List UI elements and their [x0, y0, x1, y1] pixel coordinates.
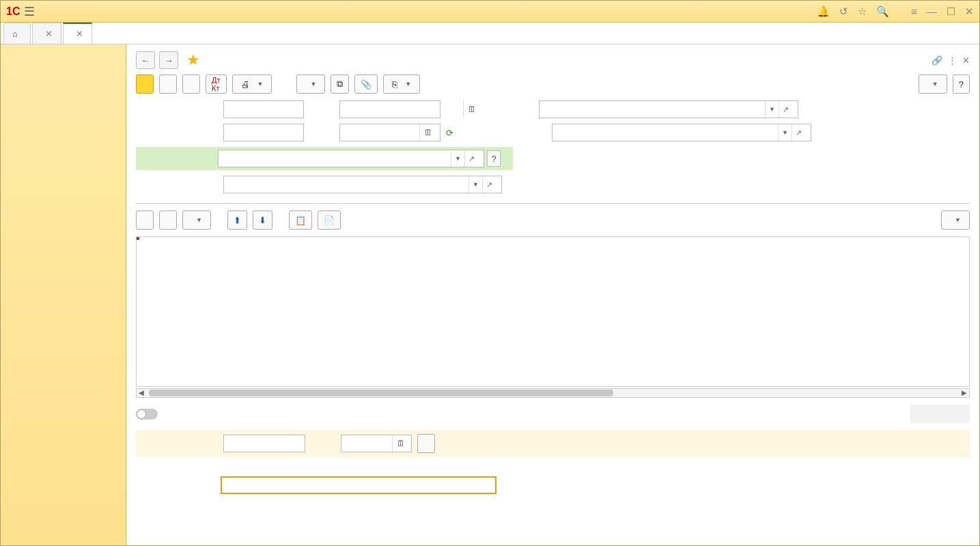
- calendar-icon[interactable]: 🗓: [419, 124, 436, 141]
- settings-icon[interactable]: ≡: [911, 5, 917, 17]
- tab-close-icon[interactable]: ✕: [76, 29, 83, 39]
- upd-toggle[interactable]: [136, 409, 158, 420]
- app-logo: 1C: [6, 5, 20, 18]
- podbor-button[interactable]: [159, 210, 177, 230]
- zapisat-button[interactable]: [159, 74, 177, 94]
- nomer-datetime-input[interactable]: [340, 124, 419, 141]
- paperclip-icon: 📎: [361, 79, 372, 90]
- titlebar: 1C ☰ 🔔 ↺ ☆ 🔍 ≡ ― ☐ ✕: [1, 1, 979, 23]
- chevron-down-icon: ▼: [196, 217, 202, 223]
- sf-date-input[interactable]: [341, 435, 392, 452]
- tree-icon: ⧉: [337, 79, 343, 90]
- scroll-left-icon[interactable]: ◀: [137, 389, 146, 397]
- chevron-down-icon[interactable]: ▼: [765, 101, 779, 118]
- edo-icon: ⎘: [392, 79, 397, 90]
- chevron-down-icon: ▼: [257, 81, 264, 87]
- tab-close-icon[interactable]: ✕: [45, 29, 53, 39]
- sklad-input[interactable]: [552, 124, 778, 141]
- star-icon[interactable]: ☆: [858, 5, 867, 18]
- tab-home[interactable]: ⌂: [3, 23, 31, 44]
- nav-back-button[interactable]: ←: [136, 51, 155, 69]
- move-up-button[interactable]: ⬆: [227, 210, 247, 230]
- copy-button[interactable]: 📋: [289, 210, 312, 230]
- favorite-star-icon[interactable]: ★: [186, 51, 200, 69]
- dobavit-button[interactable]: [136, 210, 154, 230]
- chevron-down-icon: ▼: [310, 81, 316, 87]
- sozdat-na-osnovanii-button[interactable]: ▼: [296, 74, 325, 94]
- open-ext-icon[interactable]: ↗: [792, 124, 805, 141]
- dtkt-icon: ДтКт: [212, 76, 221, 92]
- dtkt-button[interactable]: ДтКт: [206, 74, 227, 94]
- toggle-knob: [137, 409, 146, 419]
- refresh-icon[interactable]: ⟳: [446, 128, 453, 138]
- chevron-down-icon: ▼: [955, 217, 961, 223]
- structure-button[interactable]: ⧉: [331, 74, 349, 94]
- chevron-down-icon[interactable]: ▼: [778, 124, 792, 141]
- home-icon: ⌂: [12, 29, 18, 39]
- open-ext-icon[interactable]: ↗: [464, 150, 478, 167]
- attach-button[interactable]: 📎: [354, 74, 378, 94]
- nakladnaya-input[interactable]: [224, 101, 347, 118]
- kontragent-help-button[interactable]: ?: [487, 150, 501, 167]
- help-button[interactable]: ?: [953, 74, 970, 94]
- paste-button[interactable]: 📄: [318, 210, 341, 230]
- esche-button[interactable]: ▼: [919, 74, 947, 94]
- sf-num-input[interactable]: [224, 435, 347, 452]
- open-ext-icon[interactable]: ↗: [482, 176, 496, 193]
- bell-icon[interactable]: 🔔: [817, 5, 830, 18]
- nav-sidebar: [1, 44, 126, 545]
- nakladnaya-date-input[interactable]: [340, 101, 463, 118]
- calendar-icon[interactable]: 🗓: [392, 435, 409, 452]
- grid-scrollbar[interactable]: ◀ ▶: [136, 388, 970, 398]
- open-ext-icon[interactable]: ↗: [779, 101, 792, 118]
- provesti-zakryt-button[interactable]: [136, 74, 154, 94]
- pechat-button[interactable]: 🖨▼: [232, 74, 272, 94]
- titlebar-actions: 🔔 ↺ ☆ 🔍 ≡ ― ☐ ✕: [817, 5, 974, 18]
- panel-close-icon[interactable]: ✕: [962, 55, 970, 66]
- scroll-right-icon[interactable]: ▶: [960, 389, 969, 397]
- tab-postuplenie-oborudovaniya[interactable]: ✕: [32, 23, 61, 44]
- scroll-thumb[interactable]: [149, 390, 613, 396]
- grid-esche-button[interactable]: ▼: [941, 210, 970, 230]
- nomer-input[interactable]: [224, 124, 347, 141]
- move-down-button[interactable]: ⬇: [253, 210, 272, 230]
- tab-postuplenie-doc[interactable]: ✕: [63, 23, 92, 44]
- zapolnit-button[interactable]: ▼: [182, 210, 211, 230]
- print-icon: 🖨: [241, 79, 250, 90]
- minimize-icon[interactable]: ―: [927, 5, 937, 17]
- totals-bar: [910, 405, 970, 423]
- close-icon[interactable]: ✕: [965, 5, 974, 18]
- nav-forward-button[interactable]: →: [159, 51, 178, 69]
- link-icon[interactable]: 🔗: [932, 55, 942, 66]
- dogovor-input[interactable]: [224, 176, 468, 193]
- kontragent-input[interactable]: [219, 150, 451, 167]
- search-icon[interactable]: 🔍: [876, 5, 889, 18]
- comment-input[interactable]: [221, 476, 496, 494]
- chevron-down-icon: ▼: [932, 81, 938, 87]
- more-vert-icon[interactable]: ⋮: [948, 55, 957, 66]
- history-icon[interactable]: ↺: [839, 5, 848, 18]
- chevron-down-icon[interactable]: ▼: [468, 176, 482, 193]
- org-input[interactable]: [540, 101, 765, 118]
- main-menu-icon[interactable]: ☰: [24, 4, 35, 19]
- edo-button[interactable]: ⎘▼: [383, 74, 420, 94]
- zaregistrirovat-button[interactable]: [417, 434, 435, 453]
- chevron-down-icon[interactable]: ▼: [451, 150, 464, 167]
- maximize-icon[interactable]: ☐: [947, 5, 955, 18]
- window-tabs: ⌂ ✕ ✕: [1, 23, 979, 44]
- services-grid[interactable]: [136, 236, 970, 387]
- provesti-button[interactable]: [182, 74, 200, 94]
- chevron-down-icon: ▼: [405, 81, 411, 87]
